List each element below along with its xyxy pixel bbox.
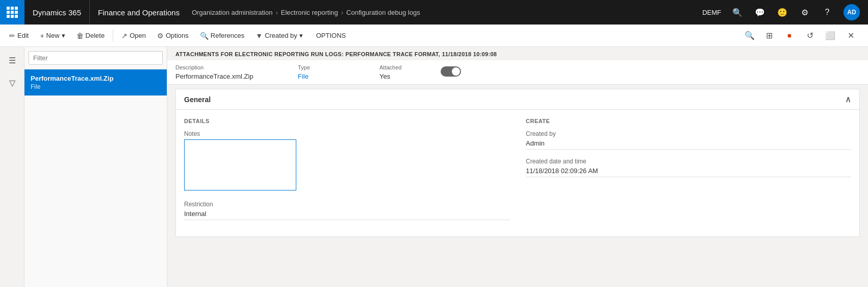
new-icon: + (40, 32, 44, 40)
options-icon: ⚙ (157, 32, 164, 40)
company-selector[interactable]: DEMF (698, 9, 725, 16)
search-nav-button[interactable]: 🔍 (727, 0, 748, 25)
toggle-knob (452, 67, 460, 76)
feedback-button[interactable]: 🙂 (772, 0, 793, 25)
content-area: ATTACHMENTS FOR ELECTRONIC REPORTING RUN… (167, 47, 868, 287)
open-button[interactable]: ↗ Open (116, 27, 151, 45)
create-heading: CREATE (526, 118, 851, 124)
brand-finance-operations: Finance and Operations (90, 8, 188, 17)
brand-dynamics365: Dynamics 365 (24, 0, 90, 25)
list-item[interactable]: PerformanceTrace.xml.Zip File (24, 69, 167, 95)
description-label: Description (175, 64, 298, 70)
toolbar-grid-icon[interactable]: ⊞ (760, 27, 778, 45)
created-date-field: Created date and time 11/18/2018 02:09:2… (526, 158, 851, 177)
restriction-value: Internal (184, 210, 509, 220)
breadcrumb-item-config[interactable]: Configuration debug logs (346, 9, 420, 16)
created-by-button[interactable]: ▼ Created by ▾ (250, 27, 308, 45)
delete-label: Delete (86, 32, 105, 39)
hamburger-icon[interactable]: ☰ (3, 51, 21, 69)
filter-container (24, 47, 167, 69)
created-by-value: Admin (526, 139, 851, 150)
attached-column: Attached Yes (379, 64, 441, 80)
general-header: General ∧ (176, 89, 859, 110)
notes-textarea[interactable] (184, 139, 296, 190)
references-icon: 🔍 (200, 32, 209, 40)
main-layout: ☰ ▽ PerformanceTrace.xml.Zip File ATTACH… (0, 47, 868, 287)
open-label: Open (130, 32, 146, 39)
options-button[interactable]: ⚙ Options (152, 27, 194, 45)
options-label: Options (166, 32, 189, 39)
edit-icon: ✏ (9, 32, 15, 40)
created-by-label: Created by (265, 32, 297, 39)
breadcrumb-separator-2: › (341, 9, 343, 16)
toolbar-fullscreen-icon[interactable]: ⬜ (821, 27, 839, 45)
references-button[interactable]: 🔍 References (195, 27, 249, 45)
general-section: General ∧ DETAILS Notes Restriction Inte… (175, 89, 860, 237)
toolbar-office-icon[interactable]: ■ (780, 27, 799, 45)
general-body: DETAILS Notes Restriction Internal CREAT… (176, 110, 859, 236)
toolbar-separator-1 (113, 30, 113, 42)
delete-icon: 🗑 (76, 32, 84, 40)
breadcrumb-item-er[interactable]: Electronic reporting (281, 9, 338, 16)
toolbar-refresh-icon[interactable]: ↺ (801, 27, 819, 45)
details-heading: DETAILS (184, 118, 509, 124)
type-label: Type (298, 64, 379, 70)
help-button[interactable]: ? (817, 0, 837, 25)
created-by-field: Created by Admin (526, 130, 851, 150)
attachment-header: ATTACHMENTS FOR ELECTRONIC REPORTING RUN… (167, 47, 868, 60)
created-date-label: Created date and time (526, 158, 851, 165)
created-by-label: Created by (526, 130, 851, 137)
breadcrumb-item-org[interactable]: Organization administration (192, 9, 272, 16)
options2-button[interactable]: OPTIONS (311, 27, 351, 45)
waffle-icon (7, 7, 18, 18)
breadcrumb: Organization administration › Electronic… (188, 9, 698, 16)
attached-value: Yes (379, 73, 441, 80)
delete-button[interactable]: 🗑 Delete (71, 27, 110, 45)
notes-label: Notes (184, 130, 509, 137)
top-navigation: Dynamics 365 Finance and Operations Orga… (0, 0, 868, 25)
edit-label: Edit (17, 32, 29, 39)
filter-sidebar-icon[interactable]: ▽ (3, 74, 21, 92)
references-label: References (211, 32, 244, 39)
collapse-icon[interactable]: ∧ (845, 94, 851, 104)
description-column: Description PerformanceTrace.xml.Zip (175, 64, 298, 80)
nav-grid: Dynamics 365 Finance and Operations Orga… (0, 0, 868, 25)
toolbar-search-button[interactable]: 🔍 (741, 29, 759, 42)
list-item-title: PerformanceTrace.xml.Zip (31, 75, 161, 82)
chat-button[interactable]: 💬 (750, 0, 770, 25)
filter-input[interactable] (29, 51, 163, 65)
created-date-value: 11/18/2018 02:09:26 AM (526, 167, 851, 177)
waffle-button[interactable] (0, 0, 24, 25)
open-icon: ↗ (121, 32, 127, 40)
breadcrumb-separator-1: › (275, 9, 277, 16)
type-column: Type File (298, 64, 379, 80)
restriction-field: Restriction Internal (184, 201, 509, 220)
type-value: File (298, 73, 379, 80)
new-label: New (46, 32, 60, 39)
description-value: PerformanceTrace.xml.Zip (175, 73, 298, 80)
list-panel: PerformanceTrace.xml.Zip File (24, 47, 167, 287)
settings-button[interactable]: ⚙ (795, 0, 815, 25)
toggle-column (441, 66, 461, 79)
options2-label: OPTIONS (316, 32, 346, 39)
attached-toggle[interactable] (441, 66, 461, 77)
list-item-subtitle: File (31, 83, 161, 90)
filter-icon: ▼ (256, 32, 263, 40)
attachment-row: Description PerformanceTrace.xml.Zip Typ… (167, 60, 868, 85)
sidebar-narrow: ☰ ▽ (0, 47, 24, 287)
toolbar: ✏ Edit + New ▾ 🗑 Delete ↗ Open ⚙ Options… (0, 25, 868, 47)
notes-field: Notes (184, 130, 509, 193)
avatar[interactable]: AD (844, 4, 860, 20)
created-by-chevron-icon: ▾ (299, 32, 303, 39)
nav-right-actions: DEMF 🔍 💬 🙂 ⚙ ? AD (698, 0, 868, 25)
restriction-label: Restriction (184, 201, 509, 208)
general-title: General (184, 95, 211, 104)
toolbar-close-icon[interactable]: ✕ (841, 27, 860, 45)
edit-button[interactable]: ✏ Edit (4, 27, 34, 45)
details-column: DETAILS Notes Restriction Internal (184, 118, 509, 228)
new-button[interactable]: + New ▾ (35, 27, 70, 45)
attached-label: Attached (379, 64, 441, 70)
new-chevron-icon: ▾ (62, 32, 65, 39)
create-column: CREATE Created by Admin Created date and… (526, 118, 851, 228)
